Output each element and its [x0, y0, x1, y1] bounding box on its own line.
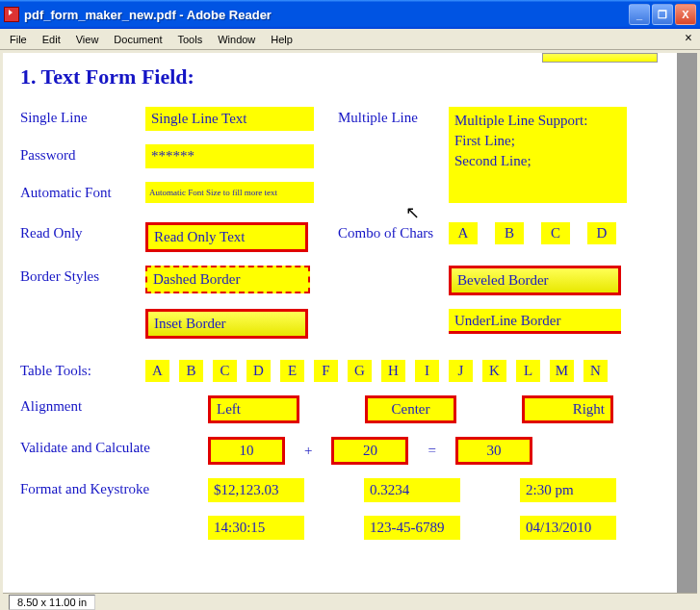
field-multiple-line[interactable]: Multiple Line Support: First Line; Secon… [449, 107, 627, 203]
table-cell[interactable]: I [415, 360, 439, 382]
field-combo-chars[interactable]: A B C D [449, 222, 616, 244]
minimize-button[interactable]: _ [629, 4, 650, 25]
menu-file[interactable]: File [2, 32, 35, 47]
table-cell[interactable]: F [314, 360, 338, 382]
field-time24[interactable]: 14:30:15 [208, 516, 304, 540]
menu-view[interactable]: View [68, 32, 107, 47]
field-underline-border[interactable]: UnderLine Border [449, 309, 621, 334]
field-dashed-border[interactable]: Dashed Border [145, 266, 310, 293]
section-heading: 1. Text Form Field: [20, 64, 660, 89]
table-tools-row: A B C D E F G H I J K L M N [145, 360, 608, 382]
field-calc-b[interactable]: 20 [331, 437, 408, 465]
label-alignment: Alignment [20, 395, 208, 415]
field-align-right[interactable]: Right [522, 395, 613, 423]
field-align-center[interactable]: Center [365, 395, 456, 423]
table-cell[interactable]: H [381, 360, 405, 382]
label-combo-chars: Combo of Chars [338, 222, 449, 241]
pdf-page: 1. Text Form Field: Single Line Single L… [3, 53, 677, 593]
table-cell[interactable]: M [550, 360, 574, 382]
label-password: Password [20, 144, 145, 164]
spacer [20, 309, 145, 312]
calc-operator-plus: + [304, 443, 312, 459]
app-icon [4, 7, 19, 22]
combo-char-cell[interactable]: D [587, 222, 616, 244]
field-ssn[interactable]: 123-45-6789 [364, 516, 460, 540]
field-decimal[interactable]: 0.3234 [364, 478, 460, 502]
field-beveled-border[interactable]: Beveled Border [449, 266, 621, 295]
table-cell[interactable]: E [280, 360, 304, 382]
highlight-button-stub[interactable] [542, 53, 658, 63]
titlebar[interactable]: pdf_form_maker_new.pdf - Adobe Reader _ … [0, 0, 700, 29]
table-cell[interactable]: G [348, 360, 372, 382]
table-cell[interactable]: D [246, 360, 271, 382]
content-frame: 1. Text Form Field: Single Line Single L… [0, 50, 700, 610]
table-cell[interactable]: K [482, 360, 506, 382]
label-table-tools: Table Tools: [20, 360, 145, 379]
close-button[interactable]: X [675, 4, 696, 25]
menu-edit[interactable]: Edit [35, 32, 68, 47]
table-cell[interactable]: N [583, 360, 608, 382]
menu-window[interactable]: Window [210, 32, 263, 47]
field-calc-result[interactable]: 30 [455, 437, 532, 465]
label-read-only: Read Only [20, 222, 145, 241]
field-currency[interactable]: $12,123.03 [208, 478, 304, 502]
menubar: File Edit View Document Tools Window Hel… [0, 29, 700, 50]
app-window: pdf_form_maker_new.pdf - Adobe Reader _ … [0, 0, 700, 610]
label-single-line: Single Line [20, 107, 145, 126]
field-inset-border[interactable]: Inset Border [145, 309, 308, 339]
menu-help[interactable]: Help [263, 32, 300, 47]
field-align-left[interactable]: Left [208, 395, 299, 423]
mdi-close-icon[interactable]: × [685, 31, 692, 46]
label-automatic-font: Automatic Font [20, 182, 145, 201]
label-multiple-line: Multiple Line [338, 107, 449, 126]
statusbar: 8.50 x 11.00 in [3, 593, 697, 610]
field-automatic-font[interactable]: Automatic Font Size to fill more text [145, 182, 314, 203]
combo-char-cell[interactable]: C [541, 222, 570, 244]
maximize-button[interactable]: ❐ [652, 4, 673, 25]
table-cell[interactable]: A [145, 360, 169, 382]
document-viewport[interactable]: 1. Text Form Field: Single Line Single L… [3, 53, 697, 593]
spacer [338, 266, 449, 268]
table-cell[interactable]: L [516, 360, 540, 382]
field-password[interactable]: ****** [145, 144, 314, 168]
status-page-size: 8.50 x 11.00 in [9, 595, 95, 610]
table-cell[interactable]: B [179, 360, 203, 382]
table-cell[interactable]: C [213, 360, 237, 382]
spacer [338, 309, 449, 312]
combo-char-cell[interactable]: B [495, 222, 524, 244]
combo-char-cell[interactable]: A [449, 222, 478, 244]
menu-tools[interactable]: Tools [170, 32, 211, 47]
menu-document[interactable]: Document [106, 32, 169, 47]
window-title: pdf_form_maker_new.pdf - Adobe Reader [24, 8, 629, 22]
label-format-keystroke: Format and Keystroke [20, 478, 208, 497]
table-cell[interactable]: J [449, 360, 473, 382]
field-read-only: Read Only Text [145, 222, 308, 252]
label-border-styles: Border Styles [20, 266, 145, 285]
field-time12[interactable]: 2:30 pm [520, 478, 616, 502]
field-date[interactable]: 04/13/2010 [520, 516, 616, 540]
calc-operator-equals: = [428, 443, 435, 459]
label-validate-calculate: Validate and Calculate [20, 437, 208, 456]
spacer [20, 516, 208, 519]
field-single-line[interactable]: Single Line Text [145, 107, 314, 131]
field-calc-a[interactable]: 10 [208, 437, 285, 465]
